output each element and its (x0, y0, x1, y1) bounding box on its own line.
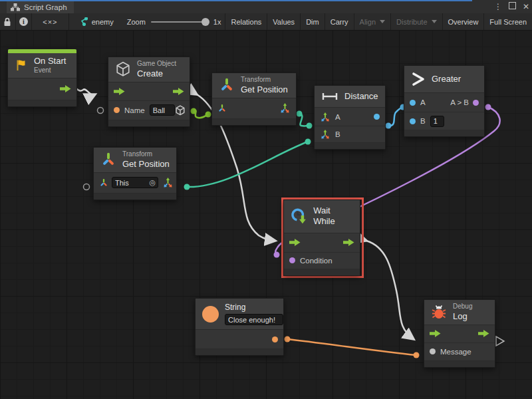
port-label: B (420, 117, 426, 125)
window-menu-icon[interactable]: ⋮ (494, 1, 502, 12)
tab-title: Script Graph (24, 3, 67, 11)
node-greater[interactable]: Greater A A > B B (404, 65, 485, 137)
debug-bug-icon (431, 305, 447, 319)
number-input-port-b[interactable] (410, 118, 416, 124)
node-title: Greater (432, 74, 461, 84)
node-get-position-1[interactable]: Transform Get Position (211, 72, 297, 126)
selection-highlight: Wait While Condition (281, 198, 364, 278)
code-icon: <×> (43, 18, 57, 26)
node-debug-log[interactable]: Debug Log Message (424, 299, 495, 368)
distance-icon (321, 91, 338, 102)
port-label: B (335, 130, 340, 138)
chevron-down-icon (380, 20, 385, 23)
string-icon (202, 306, 219, 323)
port-label: Name (124, 106, 145, 114)
zoom-label: Zoom (127, 18, 146, 26)
flow-output-port[interactable] (173, 88, 184, 95)
title-bar: Script Graph ⋮ ✕ (0, 0, 532, 14)
values-button[interactable]: Values (267, 13, 300, 30)
full-screen-button[interactable]: Full Screen (483, 13, 532, 30)
node-on-start[interactable]: On Start Event (7, 49, 77, 107)
flow-output-port[interactable] (60, 85, 71, 92)
graph-tab-icon (11, 3, 20, 11)
node-get-position-2[interactable]: Transform Get Position ◎ (93, 147, 177, 200)
align-dropdown[interactable]: Align (354, 13, 390, 30)
flow-input-port[interactable] (114, 88, 125, 95)
transform-input-port[interactable] (99, 178, 108, 188)
vector3-output-port[interactable] (279, 102, 291, 114)
node-create-game-object[interactable]: Game Object Create Name (108, 57, 190, 127)
node-title: Get Position (122, 159, 170, 170)
node-title: Log (453, 311, 472, 322)
inspect-button[interactable]: i (16, 13, 32, 30)
target-object-field[interactable] (112, 177, 158, 188)
lock-icon (3, 17, 11, 27)
name-value-field[interactable] (150, 104, 175, 116)
node-subtitle: Transform (241, 76, 288, 84)
flow-output-port[interactable] (343, 239, 354, 246)
number-input-port-a[interactable] (410, 100, 416, 106)
game-object-cube-icon (115, 61, 131, 77)
transform-input-port[interactable] (217, 104, 227, 113)
port-label: A (335, 113, 340, 121)
string-value-field[interactable] (225, 314, 283, 325)
zoom-value: 1x (213, 18, 221, 26)
game-object-output-port[interactable] (175, 105, 186, 116)
vector3-input-port-b[interactable] (320, 129, 331, 140)
wait-clock-icon (291, 207, 307, 225)
node-title: Create (137, 68, 176, 79)
flow-output-port[interactable] (478, 330, 489, 337)
distribute-dropdown[interactable]: Distribute (390, 13, 442, 30)
message-input-port[interactable] (430, 348, 436, 354)
flag-icon (15, 59, 28, 72)
toolbar: i <×> enemy Zoom 1x Relations Values Dim… (0, 13, 532, 31)
transform-icon (219, 77, 235, 93)
bool-condition-input-port[interactable] (289, 257, 295, 263)
string-output-port[interactable] (272, 336, 278, 342)
greater-icon (411, 72, 426, 86)
graph-name-label: enemy (92, 18, 114, 26)
node-title: Get Position (241, 84, 288, 95)
node-subtitle: Transform (122, 150, 170, 159)
script-graph-window: Script Graph ⋮ ✕ i <×> (0, 0, 532, 399)
graph-icon (78, 17, 88, 26)
window-close-icon[interactable]: ✕ (523, 1, 529, 12)
relations-button[interactable]: Relations (225, 13, 267, 30)
flow-input-port[interactable] (289, 239, 301, 246)
node-title: String (225, 303, 283, 313)
dim-button[interactable]: Dim (300, 13, 325, 30)
lock-button[interactable] (0, 13, 16, 30)
info-icon: i (19, 17, 28, 26)
node-subtitle: Game Object (137, 60, 176, 68)
transform-icon (100, 152, 116, 168)
zoom-slider-knob[interactable] (201, 18, 209, 26)
port-label: Condition (300, 257, 332, 265)
vector3-input-port-a[interactable] (320, 112, 331, 122)
zoom-slider[interactable] (151, 21, 208, 23)
node-title: Wait While (313, 205, 353, 227)
tab-script-graph[interactable]: Script Graph (7, 1, 74, 13)
node-subtitle: Debug (453, 303, 472, 311)
b-value-field[interactable] (430, 116, 444, 127)
chevron-down-icon (432, 20, 437, 23)
bool-output-port[interactable] (473, 100, 479, 106)
number-output-port[interactable] (374, 114, 380, 120)
carry-button[interactable]: Carry (325, 13, 354, 30)
node-subtitle: Event (34, 66, 66, 75)
code-view-button[interactable]: <×> (32, 13, 69, 30)
node-distance[interactable]: Distance A B (314, 85, 386, 150)
graph-name-breadcrumb[interactable]: enemy (74, 13, 123, 30)
node-wait-while[interactable]: Wait While Condition (283, 200, 360, 276)
node-string-literal[interactable]: String (195, 298, 284, 356)
string-input-port[interactable] (114, 107, 120, 113)
port-label: A > B (450, 98, 469, 106)
flow-input-port[interactable] (430, 330, 441, 337)
port-label: Message (440, 348, 471, 356)
node-title: On Start (34, 56, 66, 66)
port-label: A (420, 98, 426, 106)
node-title: Distance (344, 91, 378, 102)
overview-button[interactable]: Overview (442, 13, 484, 30)
window-maximize-icon[interactable] (509, 1, 516, 12)
vector3-output-port[interactable] (162, 177, 174, 188)
